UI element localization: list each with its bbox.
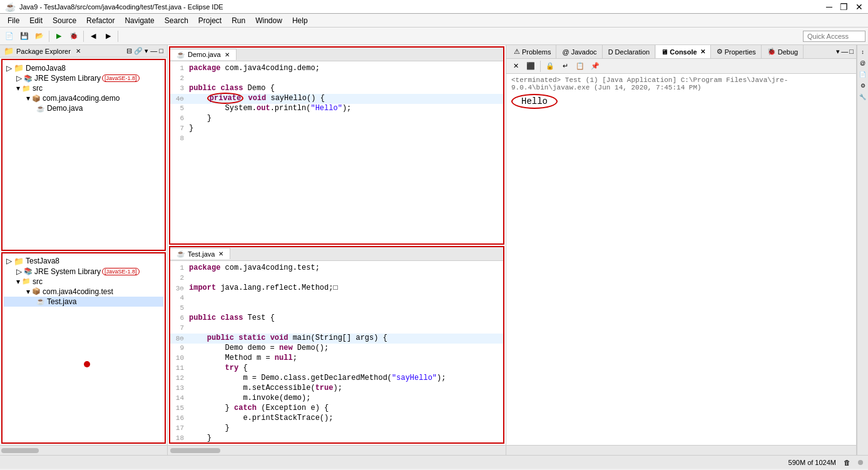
package-explorer-close[interactable]: ✕ [76,48,81,54]
view-menu-button[interactable]: ▾ [145,47,148,55]
javadoc-label: Javadoc [571,48,597,56]
editor-bottom-scrollbar[interactable] [168,445,506,455]
test-line-11: 11 try { [170,364,503,374]
restore-button[interactable]: ❐ [840,2,848,12]
jre-label-demo: JRE System Library [34,74,101,83]
menu-refactor[interactable]: Refactor [81,15,120,26]
demo-java-file: Demo.java [47,104,83,113]
far-right-btn-5[interactable]: 🔧 [859,93,867,101]
toolbar-sep-2 [83,31,84,42]
tree-item-package-demo[interactable]: ▾ 📦 com.java4coding.demo [4,93,163,103]
new-button[interactable]: 📄 [3,29,16,43]
test-java-tab-close[interactable]: ✕ [218,250,223,257]
menu-help[interactable]: Help [287,15,313,26]
editor-top-tab-bar: ☕ Demo.java ✕ [170,48,503,61]
clear-console-button[interactable]: ✕ [509,59,523,73]
far-right-btn-4[interactable]: ⚙ [859,81,867,90]
menu-navigate[interactable]: Navigate [120,15,159,26]
link-editor-button[interactable]: 🔗 [134,47,143,55]
view-menu-right[interactable]: ▾ [836,48,840,56]
console-terminated-line: <terminated> Test (1) [Java Application]… [511,76,851,91]
tree-item-jre-demo[interactable]: ▷ 📚 JRE System Library [JavaSE-1.8] [4,73,163,83]
prev-edit-button[interactable]: ◀ [86,29,100,43]
menu-bar: File Edit Source Refactor Navigate Searc… [0,14,868,28]
save-button[interactable]: 💾 [18,29,31,43]
tab-problems[interactable]: ⚠ Problems [509,45,556,58]
demo-java-tab-close[interactable]: ✕ [225,51,230,58]
save-all-button[interactable]: 📂 [33,29,46,43]
test-java-tab-label: Test.java [188,250,215,258]
properties-icon: ⚙ [717,48,723,56]
menu-run[interactable]: Run [227,15,250,26]
tree-item-testjava8[interactable]: ▷ 📁 TestJava8 [4,256,163,267]
tab-debug[interactable]: 🐞 Debug [762,45,804,58]
tab-properties[interactable]: ⚙ Properties [712,45,762,58]
debug-label: Debug [778,48,798,56]
code-line-6: 6 } [170,114,503,124]
test-line-17: 17 } [170,424,503,434]
scroll-lock-button[interactable]: 🔒 [543,59,557,73]
minimize-right[interactable]: — [841,48,848,56]
tree-item-demojava8[interactable]: ▷ 📁 DemoJava8 [4,63,163,73]
menu-search[interactable]: Search [160,15,193,26]
menu-window[interactable]: Window [250,15,287,26]
bottom-scrollbar[interactable] [0,445,167,455]
code-line-7: 7 } [170,124,503,134]
menu-source[interactable]: Source [48,15,81,26]
terminated-text: <terminated> Test (1) [Java Application]… [511,76,788,91]
tree-item-package-test[interactable]: ▾ 📦 com.java4coding.test [4,287,163,297]
next-edit-button[interactable]: ▶ [101,29,115,43]
demo-java-tab[interactable]: ☕ Demo.java ✕ [170,49,237,60]
pin-console-button[interactable]: 📌 [588,59,602,73]
hello-output: Hello [511,94,558,109]
tree-item-testjava-file[interactable]: ☕ Test.java [4,297,163,307]
console-icon: 🖥 [661,48,668,56]
src-expand-icon: ▾ [16,84,20,93]
project-name-test: TestJava8 [26,257,59,265]
debug-button[interactable]: 🐞 [67,29,81,43]
tab-javadoc[interactable]: @ Javadoc [557,45,602,58]
console-tab-close[interactable]: ✕ [700,48,705,55]
far-right-btn-2[interactable]: @ [859,59,867,68]
title-bar: ☕ Java9 - TestJava8/src/com/java4coding/… [0,0,868,14]
maximize-right[interactable]: □ [849,48,854,56]
word-wrap-button[interactable]: ↵ [558,59,572,73]
test-java-tab[interactable]: ☕ Test.java ✕ [170,248,230,259]
collapse-all-button[interactable]: ⊟ [126,47,132,55]
menu-project[interactable]: Project [193,15,227,26]
open-console-button[interactable]: 📋 [573,59,587,73]
gc-button[interactable]: 🗑 [844,459,850,466]
code-line-2: 2 [170,74,503,84]
editor-top-content[interactable]: 1 package com.java4coding.demo; 2 3 publ… [170,61,503,243]
far-right-btn-1[interactable]: ↕ [859,48,867,56]
status-bar: 590M of 1024M 🗑 [0,455,868,469]
far-right-btn-3[interactable]: 📄 [859,70,867,79]
editor-bottom: ☕ Test.java ✕ 1 package com.java4coding.… [169,246,504,444]
editor-bottom-content[interactable]: 1 package com.java4coding.test; 2 3⊖ imp… [170,261,503,443]
package-explorer-title: Package Explorer [16,48,71,55]
terminate-button[interactable]: ⬛ [524,59,538,73]
minimize-button[interactable]: ─ [826,2,832,12]
maximize-view-button[interactable]: □ [159,47,163,55]
tab-declaration[interactable]: D Declaration [603,45,656,58]
tree-item-jre-test[interactable]: ▷ 📚 JRE System Library [JavaSE-1.8] [4,267,163,277]
minimize-view-button[interactable]: — [150,47,157,55]
tree-item-demojava-file[interactable]: ☕ Demo.java [4,103,163,113]
menu-edit[interactable]: Edit [24,15,48,26]
console-output: <terminated> Test (1) [Java Application]… [506,74,856,445]
properties-label: Properties [725,48,756,56]
console-scrollbar[interactable] [506,445,856,455]
status-dot [858,460,863,465]
tree-item-src-demo[interactable]: ▾ 📁 src [4,83,163,93]
run-button[interactable]: ▶ [52,29,66,43]
tree-item-src-test[interactable]: ▾ 📁 src [4,277,163,287]
test-line-3: 3⊖ import java.lang.reflect.Method;□ [170,284,503,294]
tab-console[interactable]: 🖥 Console ✕ [656,45,710,58]
test-line-9: 9 Demo demo = new Demo(); [170,344,503,354]
menu-file[interactable]: File [3,15,24,26]
problems-icon: ⚠ [514,48,520,56]
src-label-demo: src [33,84,43,93]
console-hello-line: Hello [511,94,851,109]
quick-access-input[interactable] [803,31,865,42]
close-button[interactable]: ✕ [855,2,863,12]
